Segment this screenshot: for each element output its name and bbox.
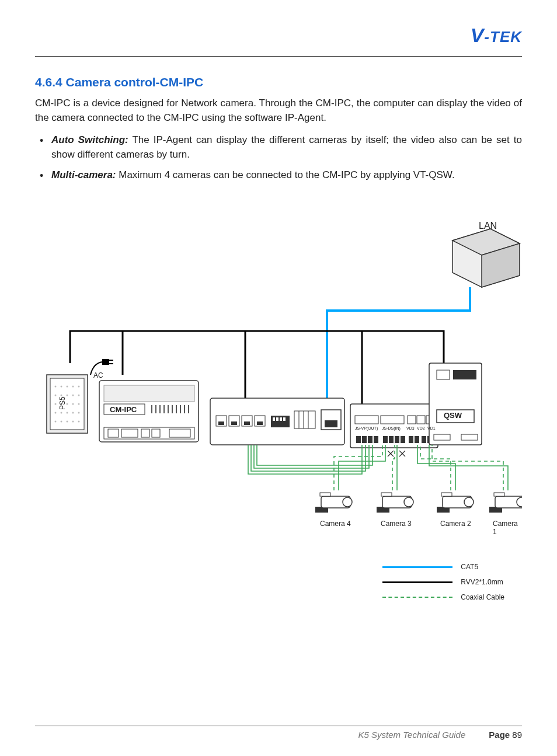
svg-point-14 [78,395,80,396]
rvv-cable [70,331,444,363]
svg-rect-91 [461,434,478,440]
svg-rect-81 [401,436,405,443]
svg-rect-58 [273,417,275,421]
legend-cat5-label: CAT5 [461,563,478,571]
svg-point-9 [78,386,80,388]
svg-rect-49 [141,429,149,437]
camera2-label: Camera 2 [440,520,471,528]
svg-rect-103 [381,493,392,496]
svg-rect-30 [102,359,109,365]
disconnect-mark [388,451,405,457]
lan-label: LAN [479,221,497,231]
svg-rect-99 [320,493,330,496]
svg-point-22 [67,412,68,414]
legend-item: Coaxial Cable [382,593,504,601]
svg-point-18 [72,403,74,405]
svg-rect-34 [104,385,194,402]
svg-rect-67 [325,420,337,427]
svg-point-15 [55,403,57,405]
svg-rect-78 [383,436,388,443]
svg-rect-60 [280,417,282,421]
svg-rect-79 [389,436,394,443]
camera4-label: Camera 4 [320,520,351,528]
svg-rect-50 [152,429,160,437]
qsw-label: QSW [444,411,462,420]
svg-rect-71 [408,416,416,424]
legend: CAT5 RVV2*1.0mm Coaxial Cable [382,563,504,608]
green-wire [248,445,373,474]
legend-rvv-label: RVV2*1.0mm [461,578,503,586]
bullet-text: Maximum 4 cameras can be connected to th… [116,169,455,180]
wiring-diagram: LAN AC PS5 CM-IPC QSW JS-VP(OUT) JS-DS(I… [35,200,522,632]
svg-rect-90 [434,434,450,440]
camera-icon [315,493,522,513]
legend-item: RVV2*1.0mm [382,578,504,586]
svg-point-25 [55,421,57,423]
footer-page-label: Page [489,730,510,740]
legend-item: CAT5 [382,563,504,571]
svg-point-26 [61,421,62,423]
vd1-label: VD1 [427,426,436,430]
svg-rect-82 [409,436,413,443]
svg-point-98 [343,497,352,507]
svg-rect-48 [121,429,138,437]
svg-point-106 [464,497,474,507]
svg-point-21 [61,412,62,414]
svg-point-8 [72,386,74,388]
svg-point-23 [72,412,74,414]
svg-rect-84 [422,436,426,443]
svg-rect-69 [355,416,378,424]
svg-point-5 [55,386,57,388]
switch-device-icon [210,398,344,445]
ps5-label: PS5 [58,397,67,410]
green-wire [339,445,508,490]
svg-point-24 [78,412,80,414]
header-rule [35,56,522,57]
legend-coax-label: Coaxial Cable [461,593,504,601]
footer-page-number: 89 [512,730,522,740]
svg-rect-83 [415,436,419,443]
coax-cable [334,445,503,490]
svg-rect-77 [374,436,378,443]
svg-rect-111 [494,493,504,496]
svg-rect-61 [283,417,286,421]
page-footer: K5 System Technical Guide Page 89 [35,726,522,740]
vd3-label: VD3 [406,426,415,430]
svg-rect-80 [395,436,399,443]
svg-point-13 [72,395,74,396]
svg-rect-47 [108,429,119,437]
vd2-label: VD2 [417,426,425,430]
svg-point-10 [55,395,57,396]
legend-coax-line [382,597,452,598]
svg-point-27 [67,421,68,423]
section-number: 4.6.4 [35,75,62,89]
svg-point-6 [61,386,62,388]
svg-rect-70 [381,416,404,424]
jsds-label: JS-DS(IN) [382,426,401,430]
svg-rect-76 [368,436,373,443]
intro-paragraph: CM-IPC is a device designed for Network … [35,96,522,125]
svg-rect-72 [417,416,425,424]
legend-cat5-line [382,566,452,568]
svg-rect-59 [276,417,278,421]
svg-rect-107 [441,493,452,496]
list-item: Auto Switching: The IP-Agent can display… [35,133,522,162]
jsvp-label: JS-VP(OUT) [355,426,378,430]
ps5-device-icon [47,375,88,433]
svg-point-102 [404,497,413,507]
svg-rect-75 [362,436,367,443]
svg-rect-62 [294,411,315,428]
footer-guide: K5 System Technical Guide [358,730,466,740]
list-item: Multi-camera: Maximum 4 cameras can be c… [35,168,522,183]
ac-label: AC [93,371,103,379]
svg-point-19 [78,403,80,405]
document-page: V-TEK 4.6.4 Camera control-CM-IPC CM-IPC… [0,0,557,756]
section-title: Camera control-CM-IPC [66,75,204,89]
header-row: V-TEK [35,18,522,53]
section-heading: 4.6.4 Camera control-CM-IPC [35,75,522,89]
svg-rect-87 [437,370,450,379]
svg-point-110 [517,497,522,507]
lan-device-icon [452,229,520,287]
svg-rect-51 [169,429,190,437]
camera1-label: Camera 1 [493,520,522,536]
